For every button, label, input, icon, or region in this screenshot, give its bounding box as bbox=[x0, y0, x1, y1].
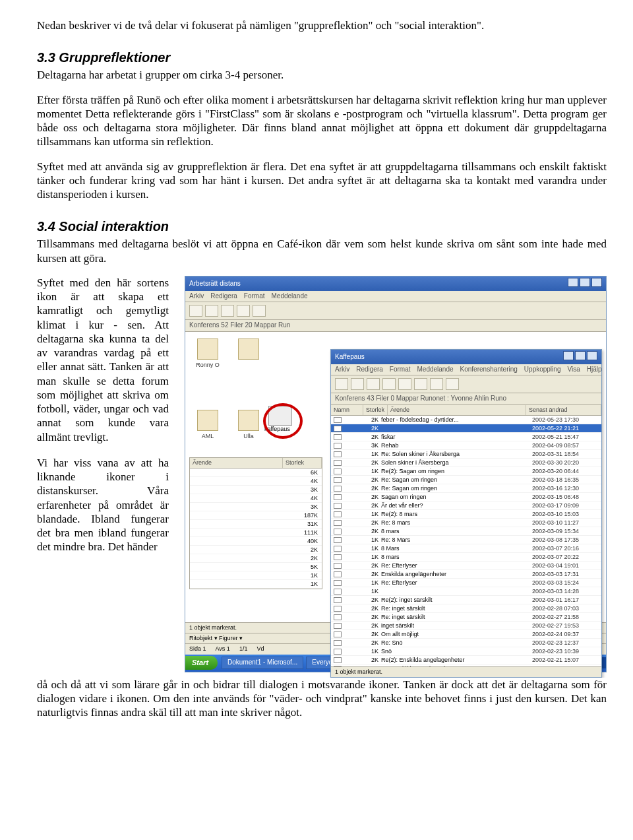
message-row[interactable]: 1KRe: Efterlyser2002-03-03 15:24 bbox=[331, 579, 601, 587]
outer-toolbar[interactable] bbox=[185, 302, 606, 320]
message-row[interactable]: 2Kfeber - födelsedag - dyrtider...2002-0… bbox=[331, 416, 601, 424]
para-left-2: Vi har viss vana av att ha liknande ikon… bbox=[37, 456, 169, 554]
outer-conference-line: Konferens 52 Filer 20 Mappar Run bbox=[185, 320, 606, 332]
side-size-row: 1K bbox=[190, 571, 322, 580]
message-row[interactable]: 2K8 mars2002-03-09 15:34 bbox=[331, 527, 601, 536]
inner-toolbar[interactable] bbox=[331, 375, 601, 393]
para-left-1: Syftet med den här sortens ikon är att s… bbox=[37, 276, 169, 444]
intro-para: Nedan beskriver vi de två delar vi fokus… bbox=[37, 18, 607, 32]
inner-conference-line: Konferens 43 Filer 0 Mappar Runonet : Yv… bbox=[331, 393, 601, 405]
side-size-row: 3K bbox=[190, 486, 322, 494]
heading-3-3: 3.3 Gruppreflektioner bbox=[37, 49, 607, 66]
message-row[interactable]: 2KRe: Sagan om ringen2002-03-16 12:30 bbox=[331, 484, 601, 493]
message-row[interactable]: 1K2002-03-03 14:28 bbox=[331, 587, 601, 596]
side-size-row: 2K bbox=[190, 554, 322, 563]
outer-window-title: Arbetsrätt distans bbox=[189, 280, 241, 288]
message-row[interactable]: 1K8 Mars2002-03-07 20:16 bbox=[331, 544, 601, 553]
side-size-row: 1K bbox=[190, 580, 322, 589]
side-size-row: 40K bbox=[190, 537, 322, 546]
side-size-row: 2K bbox=[190, 546, 322, 554]
message-row[interactable]: 2KSolen skiner i Åkersberga2002-03-30 20… bbox=[331, 459, 601, 467]
outer-conference-desktop: Ronny O AML Ulla Per Insändningsuppgifte… bbox=[185, 332, 606, 622]
para-3-4a: Tillsammans med deltagarna beslöt vi att… bbox=[37, 237, 607, 265]
start-button[interactable]: Start bbox=[185, 656, 218, 670]
para-3-3a: Deltagarna har arbetat i grupper om cirk… bbox=[37, 68, 607, 82]
message-row[interactable]: 3KRehab2002-04-09 08:57 bbox=[331, 441, 601, 450]
outer-size-list: ÄrendeStorlek 6K4K3K4K3K187K31K111K40K2K… bbox=[189, 457, 322, 589]
window-buttons[interactable] bbox=[562, 351, 597, 363]
para-3-3c: Syftet med att använda sig av grupprefle… bbox=[37, 160, 607, 202]
message-row[interactable]: 2Kinget särskilt2002-02-27 19:53 bbox=[331, 622, 601, 630]
message-row[interactable]: 2KRe: 8 mars2002-03-10 11:27 bbox=[331, 519, 601, 527]
side-size-row: 5K bbox=[190, 563, 322, 571]
message-row[interactable]: 2KÄr det vår eller?2002-03-17 09:09 bbox=[331, 501, 601, 510]
message-row[interactable]: 1K8 mars2002-03-07 20:22 bbox=[331, 553, 601, 562]
side-size-row: 4K bbox=[190, 494, 322, 503]
message-row[interactable]: 2K2002-05-22 21:21 bbox=[331, 424, 601, 433]
side-size-row: 187K bbox=[190, 511, 322, 520]
inner-menubar[interactable]: ArkivRedigeraFormatMeddelandeKonferensha… bbox=[331, 364, 601, 376]
side-size-row: 111K bbox=[190, 529, 322, 537]
message-row[interactable]: 1KSnö2002-02-23 10:39 bbox=[331, 647, 601, 656]
side-size-row: 3K bbox=[190, 503, 322, 511]
message-row[interactable]: 2Kfiskar2002-05-21 15:47 bbox=[331, 433, 601, 441]
message-row[interactable]: 2KRe: Snö2002-02-23 12:37 bbox=[331, 639, 601, 647]
message-row[interactable]: 2KRe: Sagan om ringen2002-03-18 16:35 bbox=[331, 476, 601, 484]
embedded-screenshot: Arbetsrätt distans ArkivRedigeraFormatMe… bbox=[185, 276, 607, 672]
message-row[interactable]: 2KSagan om ringen2002-03-15 06:48 bbox=[331, 493, 601, 501]
message-row[interactable]: 1KRe: Solen skiner i Åkersberga2002-03-3… bbox=[331, 450, 601, 459]
message-row[interactable]: 2KRe(2): Enskilda angelägenheter2002-02-… bbox=[331, 656, 601, 664]
side-size-row: 4K bbox=[190, 477, 322, 486]
message-list[interactable]: 2Kfeber - födelsedag - dyrtider...2002-0… bbox=[331, 416, 601, 666]
message-row[interactable]: 2KRe: Efterlyser2002-03-04 19:01 bbox=[331, 562, 601, 570]
message-row[interactable]: 2KOm allt möjligt2002-02-24 09:37 bbox=[331, 630, 601, 639]
side-size-row: 31K bbox=[190, 520, 322, 529]
message-row[interactable]: 2KRe: Enskilda angelägenheter2002-02-21 … bbox=[331, 664, 601, 666]
message-row[interactable]: 2KEnskilda angelägenheter2002-03-03 17:3… bbox=[331, 570, 601, 579]
heading-3-4: 3.4 Social interaktion bbox=[37, 218, 607, 235]
inner-statusbar: 1 objekt markerat. bbox=[331, 666, 601, 677]
inner-window-title: Kaffepaus bbox=[335, 353, 365, 362]
kaffepaus-window: Kaffepaus ArkivRedigeraFormatMeddelandeK… bbox=[330, 349, 602, 678]
folder-icon[interactable] bbox=[233, 339, 264, 401]
outer-menubar[interactable]: ArkivRedigeraFormatMeddelande bbox=[185, 291, 606, 303]
folder-icon[interactable]: Ronny O bbox=[192, 339, 224, 401]
message-row[interactable]: 2KRe: inget särskilt2002-02-27 21:58 bbox=[331, 613, 601, 622]
message-row[interactable]: 1KRe(2): 8 mars2002-03-10 15:03 bbox=[331, 510, 601, 519]
red-circle-highlight bbox=[263, 403, 303, 439]
message-row[interactable]: 1KRe: 8 Mars2002-03-08 17:35 bbox=[331, 536, 601, 544]
message-row[interactable]: 2KRe(2): inget särskilt2002-03-01 16:17 bbox=[331, 596, 601, 604]
message-row[interactable]: 2KRe: inget särskilt2002-02-28 07:03 bbox=[331, 604, 601, 613]
outer-window-titlebar: Arbetsrätt distans bbox=[185, 276, 606, 291]
message-list-header[interactable]: Namn Storlek Ärende Senast ändrad bbox=[331, 405, 601, 416]
window-buttons[interactable] bbox=[566, 278, 602, 290]
message-row[interactable]: 1KRe(2): Sagan om ringen2002-03-20 06:44 bbox=[331, 467, 601, 476]
side-size-row: 6K bbox=[190, 468, 322, 477]
taskbar-button[interactable]: Dokument1 - Microsof... bbox=[222, 657, 303, 669]
para-3-4b: då och då att vi som lärare går in och b… bbox=[37, 678, 607, 720]
para-3-3b: Efter första träffen på Runö och efter o… bbox=[37, 93, 607, 149]
